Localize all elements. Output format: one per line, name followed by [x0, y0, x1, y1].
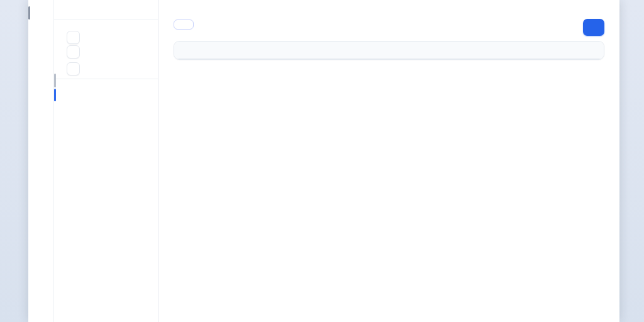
icon-rail	[28, 0, 53, 322]
branch-chip[interactable]	[174, 19, 194, 30]
branch-icon	[70, 34, 77, 42]
tree-track	[54, 74, 56, 87]
plus-icon	[70, 65, 77, 72]
project-title	[54, 0, 158, 19]
scrollbar-thumb[interactable]	[28, 6, 30, 19]
branch-icon	[70, 48, 77, 56]
screen	[0, 0, 644, 322]
deployments-table	[174, 41, 604, 60]
table-header-row	[174, 42, 604, 59]
main-content	[158, 0, 619, 322]
chevron-right-icon	[59, 35, 65, 41]
branch-icon	[178, 21, 185, 28]
sidebar-item-staging[interactable]	[54, 30, 158, 45]
sidebar-item-production[interactable]	[54, 45, 158, 59]
active-indicator	[54, 89, 56, 101]
sidebar-footer	[54, 79, 158, 82]
sidebar	[53, 0, 158, 322]
page-header	[158, 0, 619, 30]
new-environment-button[interactable]	[54, 62, 158, 75]
chevron-down-icon	[59, 49, 65, 55]
live-globe-icon	[141, 48, 149, 56]
deploy-button[interactable]	[583, 19, 604, 36]
app-window	[28, 0, 619, 322]
deploying-from	[169, 19, 604, 30]
